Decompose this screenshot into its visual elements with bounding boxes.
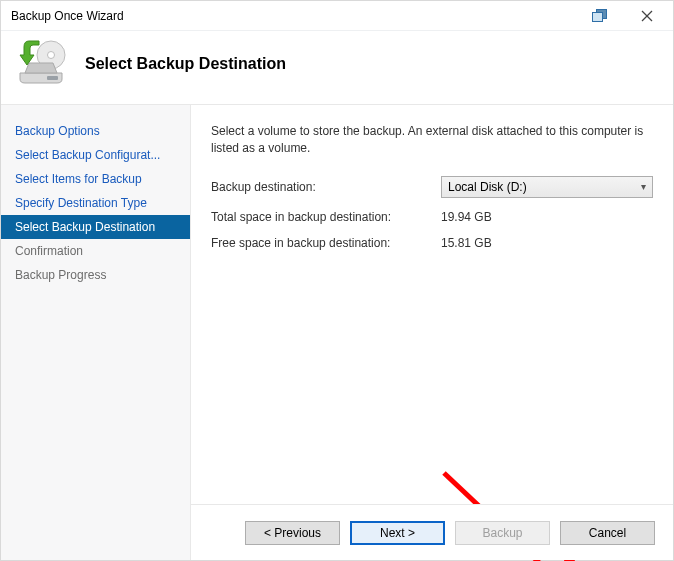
- svg-rect-1: [592, 12, 602, 21]
- total-space-value: 19.94 GB: [441, 210, 492, 224]
- titlebar-controls: [577, 2, 669, 30]
- close-icon[interactable]: [624, 2, 669, 30]
- row-destination: Backup destination: Local Disk (D:) ▾: [211, 176, 653, 198]
- row-free-space: Free space in backup destination: 15.81 …: [211, 236, 653, 250]
- wizard-footer: < Previous Next > Backup Cancel: [191, 504, 673, 560]
- page-title: Select Backup Destination: [85, 55, 286, 73]
- free-space-value: 15.81 GB: [441, 236, 492, 250]
- wizard-body: Backup Options Select Backup Configurat.…: [1, 105, 673, 560]
- destination-label: Backup destination:: [211, 180, 441, 194]
- sidebar-item-confirmation[interactable]: Confirmation: [1, 239, 190, 263]
- sidebar-item-select-items[interactable]: Select Items for Backup: [1, 167, 190, 191]
- window-title: Backup Once Wizard: [11, 9, 577, 23]
- free-space-label: Free space in backup destination:: [211, 236, 441, 250]
- step-sidebar: Backup Options Select Backup Configurat.…: [1, 105, 191, 560]
- destination-dropdown[interactable]: Local Disk (D:) ▾: [441, 176, 653, 198]
- svg-point-5: [48, 52, 55, 59]
- sidebar-item-backup-destination[interactable]: Select Backup Destination: [1, 215, 190, 239]
- destination-selected-value: Local Disk (D:): [448, 180, 527, 194]
- previous-button[interactable]: < Previous: [245, 521, 340, 545]
- chevron-down-icon: ▾: [641, 181, 646, 192]
- total-space-label: Total space in backup destination:: [211, 210, 441, 224]
- backup-disc-icon: [17, 39, 67, 88]
- next-button[interactable]: Next >: [350, 521, 445, 545]
- titlebar: Backup Once Wizard: [1, 1, 673, 31]
- wizard-header: Select Backup Destination: [1, 31, 673, 105]
- row-total-space: Total space in backup destination: 19.94…: [211, 210, 653, 224]
- sidebar-item-backup-options[interactable]: Backup Options: [1, 119, 190, 143]
- restore-icon[interactable]: [577, 2, 622, 30]
- svg-rect-6: [47, 76, 58, 80]
- sidebar-item-select-config[interactable]: Select Backup Configurat...: [1, 143, 190, 167]
- cancel-button[interactable]: Cancel: [560, 521, 655, 545]
- backup-button: Backup: [455, 521, 550, 545]
- sidebar-item-destination-type[interactable]: Specify Destination Type: [1, 191, 190, 215]
- intro-text: Select a volume to store the backup. An …: [211, 123, 653, 158]
- sidebar-item-progress[interactable]: Backup Progress: [1, 263, 190, 287]
- main-panel: Select a volume to store the backup. An …: [191, 105, 673, 504]
- wizard-window: Backup Once Wizard: [0, 0, 674, 561]
